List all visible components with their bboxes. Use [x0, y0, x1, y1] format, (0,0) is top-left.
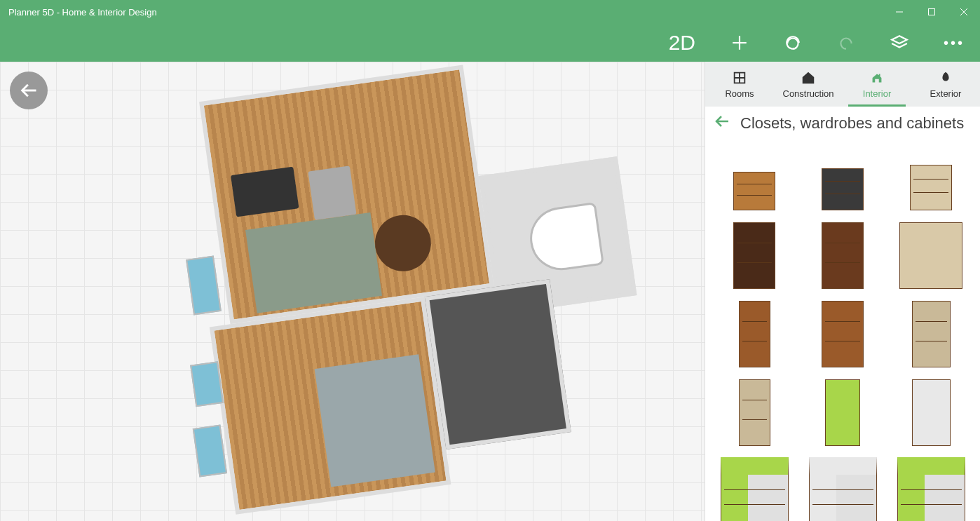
catalog-thumbnail — [721, 457, 789, 521]
catalog-item[interactable] — [716, 140, 792, 210]
catalog-item[interactable] — [716, 219, 792, 289]
layers-icon — [890, 34, 908, 52]
catalog-thumbnail — [739, 301, 770, 367]
catalog-panel: Rooms Construction Interior Exterior Clo… — [705, 62, 980, 521]
catalog-thumbnail — [739, 379, 770, 446]
catalog-grid — [705, 140, 980, 521]
exterior-icon — [938, 70, 953, 86]
plus-icon — [730, 34, 749, 52]
tab-label: Construction — [783, 88, 834, 99]
tab-label: Exterior — [930, 88, 962, 99]
maximize-button[interactable] — [916, 0, 948, 24]
tab-rooms[interactable]: Rooms — [705, 62, 774, 107]
catalog-thumbnail — [809, 457, 877, 521]
catalog-thumbnail — [912, 379, 951, 446]
design-canvas[interactable] — [0, 62, 705, 521]
catalog-thumbnail — [899, 222, 962, 289]
redo-button[interactable] — [837, 34, 855, 52]
catalog-thumbnail — [733, 172, 775, 210]
svg-marker-6 — [892, 36, 907, 43]
catalog-item[interactable] — [805, 297, 880, 367]
view-mode-toggle[interactable]: 2D — [669, 31, 695, 55]
catalog-item[interactable] — [893, 297, 969, 367]
catalog-item[interactable] — [893, 219, 969, 289]
undo-button[interactable] — [784, 34, 802, 52]
catalog-thumbnail — [822, 301, 864, 367]
category-title: Closets, wardrobes and cabinets — [740, 114, 964, 133]
tab-construction[interactable]: Construction — [774, 62, 843, 107]
titlebar: Planner 5D - Home & Interior Design — [0, 0, 980, 24]
interior-icon — [869, 70, 885, 86]
tab-label: Rooms — [725, 88, 754, 99]
catalog-thumbnail — [897, 457, 965, 521]
tab-interior[interactable]: Interior — [843, 62, 911, 107]
more-button[interactable]: ••• — [944, 35, 965, 51]
back-button[interactable] — [10, 72, 48, 109]
construction-icon — [801, 70, 816, 86]
catalog-item[interactable] — [716, 454, 792, 521]
arrow-left-icon — [19, 81, 39, 100]
catalog-thumbnail — [825, 379, 860, 446]
catalog-thumbnail — [822, 168, 864, 210]
main-toolbar: 2D ••• — [0, 24, 980, 62]
tab-exterior[interactable]: Exterior — [911, 62, 980, 107]
redo-icon — [837, 34, 855, 52]
catalog-item[interactable] — [716, 297, 792, 367]
ellipsis-icon: ••• — [944, 35, 965, 51]
layers-button[interactable] — [890, 34, 908, 52]
catalog-item[interactable] — [805, 376, 880, 446]
window-title: Planner 5D - Home & Interior Design — [8, 7, 883, 18]
arrow-left-icon — [714, 113, 730, 130]
catalog-thumbnail — [912, 301, 951, 367]
catalog-item[interactable] — [805, 219, 880, 289]
catalog-thumbnail — [733, 222, 775, 289]
svg-rect-1 — [929, 9, 935, 15]
catalog-item[interactable] — [805, 140, 880, 210]
catalog-item[interactable] — [805, 454, 880, 521]
catalog-item[interactable] — [716, 376, 792, 446]
add-button[interactable] — [730, 34, 749, 52]
catalog-item[interactable] — [893, 454, 969, 521]
catalog-item[interactable] — [893, 140, 969, 210]
catalog-item[interactable] — [893, 376, 969, 446]
minimize-button[interactable] — [883, 0, 916, 24]
category-back-button[interactable] — [714, 113, 730, 134]
close-button[interactable] — [948, 0, 980, 24]
rooms-icon — [732, 70, 747, 86]
catalog-thumbnail — [910, 165, 952, 210]
tab-label: Interior — [863, 88, 891, 99]
catalog-tabs: Rooms Construction Interior Exterior — [705, 62, 980, 107]
catalog-thumbnail — [822, 222, 864, 289]
category-header: Closets, wardrobes and cabinets — [705, 107, 980, 140]
